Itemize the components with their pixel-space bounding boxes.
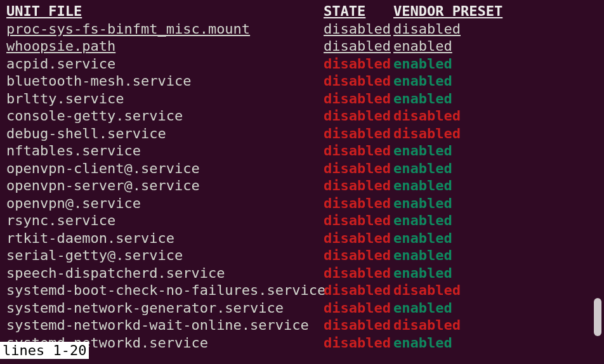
preset-value: enabled: [393, 264, 452, 282]
unit-file: serial-getty@.service: [6, 247, 324, 264]
preset-value: enabled: [393, 230, 452, 247]
state-value: disabled: [324, 20, 393, 38]
preset-value: enabled: [393, 247, 452, 264]
preset-value: enabled: [393, 212, 452, 230]
preset-value: enabled: [393, 142, 452, 160]
unit-file: rsync.service: [6, 212, 324, 230]
state-value: disabled: [324, 107, 393, 125]
unit-file: debug-shell.service: [6, 125, 324, 143]
table-row: proc-sys-fs-binfmt_misc.mountdisableddis…: [6, 20, 604, 38]
unit-file: speech-dispatcherd.service: [6, 264, 324, 282]
state-value: disabled: [324, 160, 393, 178]
state-value: disabled: [324, 212, 393, 230]
table-row: systemd-networkd-wait-online.servicedisa…: [6, 316, 604, 334]
state-value: disabled: [324, 299, 393, 317]
state-value: disabled: [324, 142, 393, 160]
state-value: disabled: [324, 334, 393, 352]
scrollbar-thumb[interactable]: [594, 298, 601, 336]
preset-value: disabled: [393, 316, 461, 334]
table-row: rtkit-daemon.servicedisabledenabled: [6, 230, 604, 247]
state-value: disabled: [324, 55, 393, 73]
preset-value: enabled: [393, 55, 452, 73]
table-row: whoopsie.pathdisabledenabled: [6, 37, 604, 55]
preset-value: enabled: [393, 299, 452, 317]
preset-value: enabled: [393, 37, 452, 55]
state-value: disabled: [324, 195, 393, 212]
unit-file: systemd-networkd-wait-online.service: [6, 316, 324, 334]
state-value: disabled: [324, 90, 393, 108]
table-row: systemd-network-generator.servicedisable…: [6, 299, 604, 317]
state-value: disabled: [324, 37, 393, 55]
table-row: openvpn-server@.servicedisabledenabled: [6, 177, 604, 195]
state-value: disabled: [324, 282, 393, 299]
state-value: disabled: [324, 72, 393, 90]
table-row: systemd-networkd.servicedisabledenabled: [6, 334, 604, 352]
unit-file: openvpn-server@.service: [6, 177, 324, 195]
table-row: brltty.servicedisabledenabled: [6, 90, 604, 108]
unit-file: nftables.service: [6, 142, 324, 160]
unit-file: console-getty.service: [6, 107, 324, 125]
unit-file: openvpn@.service: [6, 195, 324, 212]
unit-file: rtkit-daemon.service: [6, 230, 324, 247]
table-row: systemd-boot-check-no-failures.servicedi…: [6, 282, 604, 299]
terminal-output: UNIT FILESTATEVENDOR PRESETproc-sys-fs-b…: [6, 3, 604, 351]
state-value: disabled: [324, 264, 393, 282]
unit-file: systemd-boot-check-no-failures.service: [6, 282, 324, 299]
preset-value: disabled: [393, 282, 461, 299]
table-row: console-getty.servicedisableddisabled: [6, 107, 604, 125]
state-value: disabled: [324, 177, 393, 195]
table-row: openvpn-client@.servicedisabledenabled: [6, 160, 604, 178]
state-value: disabled: [324, 247, 393, 264]
preset-value: enabled: [393, 160, 452, 178]
pager-status[interactable]: lines 1-20: [0, 342, 89, 360]
header-preset: VENDOR PRESET: [393, 3, 502, 20]
table-row: acpid.servicedisabledenabled: [6, 55, 604, 73]
table-row: speech-dispatcherd.servicedisabledenable…: [6, 264, 604, 282]
preset-value: disabled: [393, 125, 461, 143]
table-row: bluetooth-mesh.servicedisabledenabled: [6, 72, 604, 90]
table-row: nftables.servicedisabledenabled: [6, 142, 604, 160]
state-value: disabled: [324, 125, 393, 143]
preset-value: disabled: [393, 20, 461, 38]
unit-file: proc-sys-fs-binfmt_misc.mount: [6, 20, 324, 38]
header-unit: UNIT FILE: [6, 3, 324, 20]
preset-value: disabled: [393, 107, 461, 125]
header-state: STATE: [324, 3, 393, 20]
table-row: debug-shell.servicedisableddisabled: [6, 125, 604, 143]
unit-file: acpid.service: [6, 55, 324, 73]
table-row: openvpn@.servicedisabledenabled: [6, 195, 604, 212]
table-row: serial-getty@.servicedisabledenabled: [6, 247, 604, 264]
header-row: UNIT FILESTATEVENDOR PRESET: [6, 3, 604, 20]
unit-file: bluetooth-mesh.service: [6, 72, 324, 90]
unit-file: whoopsie.path: [6, 37, 324, 55]
state-value: disabled: [324, 230, 393, 247]
table-row: rsync.servicedisabledenabled: [6, 212, 604, 230]
preset-value: enabled: [393, 334, 452, 352]
preset-value: enabled: [393, 72, 452, 90]
unit-file: brltty.service: [6, 90, 324, 108]
preset-value: enabled: [393, 177, 452, 195]
unit-file: openvpn-client@.service: [6, 160, 324, 178]
state-value: disabled: [324, 316, 393, 334]
preset-value: enabled: [393, 195, 452, 212]
unit-file: systemd-network-generator.service: [6, 299, 324, 317]
preset-value: enabled: [393, 90, 452, 108]
